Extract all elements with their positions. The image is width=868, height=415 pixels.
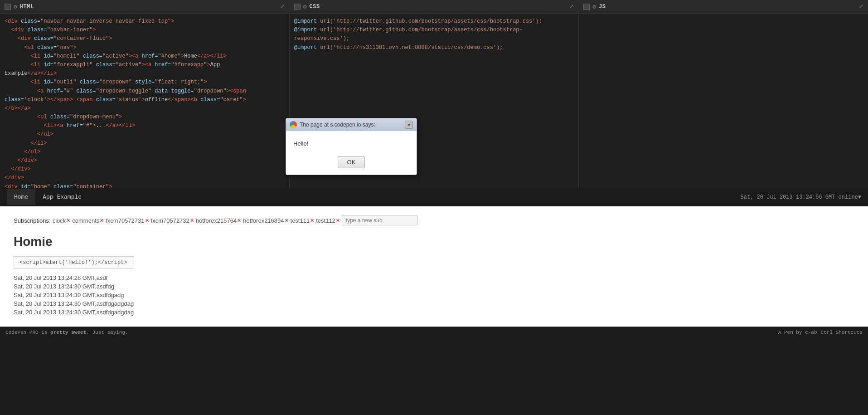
html-panel-title: HTML bbox=[20, 4, 34, 10]
code-line: </div> bbox=[2, 174, 287, 182]
sub-remove-test111[interactable]: ✕ bbox=[310, 218, 314, 224]
css-panel-header: ⚙ CSS ⤢ bbox=[290, 0, 579, 14]
alert-body: Hello! OK bbox=[286, 131, 417, 175]
css-expand-icon[interactable]: ⤢ bbox=[569, 3, 574, 10]
sub-remove-hotforex1[interactable]: ✕ bbox=[237, 218, 241, 224]
alert-titlebar: The page at s.codepen.io says: ✕ bbox=[286, 118, 417, 131]
code-line: </div> bbox=[2, 156, 287, 165]
pen-author-text: A Pen by c-ab bbox=[778, 330, 817, 335]
css-gear-icon[interactable]: ⚙ bbox=[303, 3, 307, 10]
sub-tag-test112: test112✕ bbox=[316, 217, 340, 224]
sub-tag-hotforex1: hotforex215764✕ bbox=[196, 217, 241, 224]
sub-remove-fxcm1[interactable]: ✕ bbox=[145, 218, 149, 224]
code-line: <div id="home" class="container"> bbox=[2, 183, 287, 188]
bottom-bar-left: CodePen PRO is pretty sweet. Just saying… bbox=[5, 330, 128, 335]
log-entry-2: Sat, 20 Jul 2013 13:24:30 GMT,asdfdg bbox=[14, 283, 854, 290]
html-panel-header: ⚙ HTML ⤢ bbox=[0, 0, 289, 14]
script-block: <script>alert('Hello!');</script> bbox=[14, 256, 133, 269]
pretty-sweet-text: pretty sweet bbox=[50, 330, 86, 335]
main-container: ⚙ HTML ⤢ <div class="navbar navbar-inver… bbox=[0, 0, 868, 415]
preview-content: Subscriptions: clock✕ comments✕ fxcm7057… bbox=[0, 206, 868, 327]
log-entry-4: Sat, 20 Jul 2013 13:24:30 GMT,asdfdgadgd… bbox=[14, 300, 854, 307]
html-checkbox[interactable] bbox=[5, 4, 11, 10]
html-gear-icon[interactable]: ⚙ bbox=[14, 3, 17, 10]
nav-links: Home App Example bbox=[7, 189, 89, 205]
sub-remove-test112[interactable]: ✕ bbox=[336, 218, 340, 224]
alert-title-text: The page at s.codepen.io says: bbox=[300, 122, 402, 128]
log-entry-5: Sat, 20 Jul 2013 13:24:30 GMT,asdfdgadgd… bbox=[14, 309, 854, 316]
js-panel: ⚙ JS ⤢ bbox=[579, 0, 868, 188]
code-line: @import url('http://ns311381.ovh.net:888… bbox=[291, 44, 577, 52]
code-line: <li id="outli" class="dropdown" style="f… bbox=[2, 78, 287, 87]
js-gear-icon[interactable]: ⚙ bbox=[592, 3, 596, 10]
code-line: <li id="homeli" class="active"><a href="… bbox=[2, 52, 287, 61]
sub-tag-fxcm2: fxcm70572732✕ bbox=[151, 217, 194, 224]
js-panel-title: JS bbox=[599, 4, 606, 10]
sub-remove-clock[interactable]: ✕ bbox=[66, 218, 70, 224]
nav-status: Sat, 20 Jul 2013 13:24:56 GMT online▼ bbox=[741, 194, 861, 200]
code-line: <div class="container-fluid"> bbox=[2, 34, 287, 43]
preview-section: Subscriptions: clock✕ comments✕ fxcm7057… bbox=[0, 206, 868, 327]
sub-remove-fxcm2[interactable]: ✕ bbox=[190, 218, 194, 224]
js-panel-header: ⚙ JS ⤢ bbox=[579, 0, 868, 14]
alert-dialog: The page at s.codepen.io says: ✕ Hello! … bbox=[286, 118, 417, 175]
html-panel: ⚙ HTML ⤢ <div class="navbar navbar-inver… bbox=[0, 0, 290, 188]
nav-status-text: Sat, 20 Jul 2013 13:24:56 GMT online▼ bbox=[741, 194, 861, 200]
code-line: </ul> bbox=[2, 148, 287, 156]
code-line: <li id="forexappli" class="active"><a hr… bbox=[2, 61, 287, 69]
sub-remove-comments[interactable]: ✕ bbox=[100, 218, 104, 224]
bottom-bar-right: A Pen by c-ab Ctrl Shortcuts bbox=[778, 330, 863, 335]
page-title: Homie bbox=[14, 234, 854, 249]
code-line: class='clock'></span> <span class='statu… bbox=[2, 96, 287, 104]
subscriptions-label: Subscriptions: bbox=[14, 217, 51, 224]
code-line: </div> bbox=[2, 165, 287, 174]
code-line: <li><a href="#">...</a></li> bbox=[2, 122, 287, 130]
log-entry-1: Sat, 20 Jul 2013 13:24:28 GMT,asdf bbox=[14, 274, 854, 281]
alert-close-button[interactable]: ✕ bbox=[405, 121, 413, 129]
alert-ok-button[interactable]: OK bbox=[338, 156, 365, 168]
preview-navbar: Home App Example Sat, 20 Jul 2013 13:24:… bbox=[0, 188, 868, 206]
log-entry-3: Sat, 20 Jul 2013 13:24:30 GMT,asdfdgadg bbox=[14, 292, 854, 298]
css-panel-title: CSS bbox=[310, 4, 320, 10]
sub-remove-hotforex2[interactable]: ✕ bbox=[285, 218, 289, 224]
code-line: </b></a> bbox=[2, 104, 287, 113]
code-line: responsive.css'); bbox=[291, 34, 577, 43]
js-panel-content[interactable] bbox=[579, 14, 868, 188]
sub-tag-fxcm1: fxcm70572731✕ bbox=[106, 217, 149, 224]
code-line: <ul class="dropdown-menu"> bbox=[2, 113, 287, 122]
code-line: </li> bbox=[2, 139, 287, 148]
sub-tag-clock: clock✕ bbox=[53, 217, 71, 224]
sub-tag-test111: test111✕ bbox=[291, 217, 315, 224]
js-expand-icon[interactable]: ⤢ bbox=[859, 3, 863, 10]
code-line: <ul class="nav"> bbox=[2, 44, 287, 52]
new-subscription-input[interactable] bbox=[342, 215, 418, 225]
js-checkbox[interactable] bbox=[583, 4, 590, 10]
html-expand-icon[interactable]: ⤢ bbox=[280, 3, 285, 10]
css-checkbox[interactable] bbox=[294, 4, 301, 10]
bottom-bar: CodePen PRO is pretty sweet. Just saying… bbox=[0, 327, 868, 338]
code-line: Example</a></li> bbox=[2, 69, 287, 78]
code-line: @import url('http://twitter.github.com/b… bbox=[291, 17, 577, 26]
code-line: <a href="#" class="dropdown-toggle" data… bbox=[2, 87, 287, 96]
nav-link-app-example[interactable]: App Example bbox=[35, 189, 89, 205]
chrome-icon bbox=[290, 121, 297, 128]
html-panel-content[interactable]: <div class="navbar navbar-inverse navbar… bbox=[0, 14, 289, 188]
nav-link-home[interactable]: Home bbox=[7, 189, 35, 205]
code-line: <div class="navbar-inner"> bbox=[2, 26, 287, 34]
sub-tag-hotforex2: hotforex216894✕ bbox=[243, 217, 288, 224]
code-line: @import url('http://twitter.github.com/b… bbox=[291, 26, 577, 34]
alert-message: Hello! bbox=[293, 140, 409, 147]
subscriptions-bar: Subscriptions: clock✕ comments✕ fxcm7057… bbox=[14, 215, 854, 225]
code-line: <div class="navbar navbar-inverse navbar… bbox=[2, 17, 287, 26]
code-line: </ul> bbox=[2, 130, 287, 139]
editor-area: ⚙ HTML ⤢ <div class="navbar navbar-inver… bbox=[0, 0, 868, 188]
ctrl-shortcuts-text[interactable]: Ctrl Shortcuts bbox=[821, 330, 863, 335]
sub-tag-comments: comments✕ bbox=[72, 217, 104, 224]
